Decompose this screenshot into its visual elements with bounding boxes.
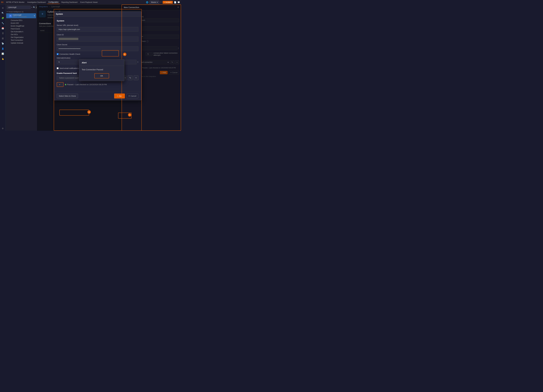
sidebar-user[interactable]: 👤 bbox=[0, 46, 5, 51]
add-integration-button[interactable]: + bbox=[36, 6, 37, 9]
sidebar-chart[interactable]: 📊 bbox=[0, 51, 5, 56]
fg-client-id-label: Client ID bbox=[57, 34, 138, 36]
fg-client-secret-field: Client Secret bbox=[57, 44, 138, 51]
sidebar-database[interactable]: 🗄 bbox=[0, 31, 5, 36]
search-icon[interactable]: 🔍 bbox=[33, 6, 35, 8]
alert-ok-button[interactable]: OK bbox=[94, 73, 109, 78]
left-nav: cybersixgill ✕ 🔍 + ▾ Threat Intelligence… bbox=[6, 5, 37, 131]
passed-dot bbox=[65, 84, 66, 85]
top-nav: D3 MITRE ATT&CK Monitor Investigation Da… bbox=[0, 0, 181, 5]
fg-sites-button[interactable]: Select Sites to Clone bbox=[57, 94, 78, 98]
master-label: Master bbox=[151, 1, 156, 3]
sidebar-fingerprint[interactable]: 👆 bbox=[0, 57, 5, 61]
help-icon[interactable]: ? bbox=[160, 1, 161, 3]
top-nav-right: 🌐 Master ▾ ? + Incident 📄 💬 bbox=[146, 1, 180, 4]
chevron-down-icon: ▾ bbox=[34, 15, 35, 17]
plus-icon: + bbox=[117, 95, 118, 97]
nav-investigation[interactable]: Investigation Dashboard bbox=[26, 1, 47, 4]
checkmark-icon: ✓ bbox=[59, 84, 61, 85]
globe-icon: 🌐 bbox=[146, 1, 148, 3]
fg-vault-add-button[interactable]: + bbox=[134, 75, 138, 80]
cmd-test-connection[interactable]: Test Connection bbox=[10, 39, 35, 42]
cmd-get-organization[interactable]: Get Organization bbox=[10, 36, 35, 39]
fg-add-button[interactable]: + Add bbox=[114, 93, 125, 98]
fg-form-header: System bbox=[54, 11, 141, 17]
fg-bottom-row: Select Sites to Clone + Add ✕ Cancel bbox=[54, 92, 141, 100]
fg-server-url-label: Server URL (domain level) bbox=[57, 24, 138, 26]
alert-dialog: Alert Test Connection Passed OK bbox=[79, 59, 124, 81]
fg-client-id-field: Client ID bbox=[57, 34, 138, 42]
fg-server-url-field: Server URL (domain level) bbox=[57, 24, 138, 32]
master-button[interactable]: Master ▾ bbox=[149, 1, 159, 4]
fg-notification-checkbox[interactable] bbox=[57, 67, 59, 69]
fg-cancel-button[interactable]: ✕ Cancel bbox=[126, 94, 138, 98]
sidebar-home[interactable]: ⊞ bbox=[0, 6, 5, 10]
app-logo: D3 bbox=[1, 1, 3, 3]
item-name: Cybersixgill bbox=[13, 14, 33, 16]
cybersixgill-icon: ✦ bbox=[9, 14, 12, 17]
fg-interval-label: Interval(minutes) bbox=[57, 57, 138, 59]
chevron-down-icon: ▾ bbox=[7, 11, 8, 13]
sidebar-calendar[interactable]: 📅 bbox=[0, 26, 5, 31]
sidebar-wifi[interactable]: 📡 bbox=[0, 41, 5, 46]
marker-b: b bbox=[123, 53, 126, 56]
document-icon[interactable]: 📄 bbox=[174, 1, 176, 3]
group-label: Threat Intelligence bbox=[8, 11, 21, 13]
fg-conn-health-checkbox[interactable] bbox=[57, 53, 59, 55]
commands-list: Consume IOCs Enrich IOC Enrich SixgillFi… bbox=[6, 18, 37, 45]
main-layout: ⊞ 🔍 🧩 🔧 📅 🗄 🕸 📡 👤 📊 👆 ⚙ cybersixgill ✕ 🔍… bbox=[0, 5, 181, 131]
nav-configuration[interactable]: Configuration bbox=[47, 0, 60, 4]
search-bar: cybersixgill ✕ 🔍 + bbox=[6, 5, 37, 10]
nav-mitre[interactable]: MITRE ATT&CK Monitor bbox=[5, 1, 26, 4]
fg-server-url-input[interactable] bbox=[57, 27, 138, 32]
fg-vault-edit-button[interactable]: ✎ bbox=[128, 75, 132, 80]
nav-group-threat-intel[interactable]: ▾ Threat Intelligence (1) bbox=[6, 10, 37, 13]
group-count: (1) bbox=[22, 11, 23, 13]
cmd-fetch-event[interactable]: Fetch Event bbox=[10, 28, 35, 30]
incident-button[interactable]: + Incident bbox=[163, 1, 173, 4]
fg-client-secret-input[interactable] bbox=[57, 46, 138, 51]
fg-test-row: ✓ Passed – Last checked on 10/23/2024 08… bbox=[57, 82, 138, 87]
fg-section-label: System bbox=[57, 20, 138, 22]
cancel-icon: ✕ bbox=[128, 95, 130, 97]
marker-a: a bbox=[87, 110, 91, 114]
cmd-enrich-sixgillfield[interactable]: Enrich SixgillField bbox=[10, 25, 35, 28]
sidebar-item-cybersixgill[interactable]: ✦ Cybersixgill Built-in · 9 Commands ▾ bbox=[6, 13, 36, 18]
nav-reporting[interactable]: Reporting Dashboard bbox=[60, 1, 79, 4]
sidebar-settings[interactable]: ⚙ bbox=[0, 126, 5, 131]
alert-message: Test Connection Passed bbox=[79, 66, 124, 73]
fg-client-id-input[interactable] bbox=[57, 36, 138, 42]
cmd-enrich-ioc[interactable]: Enrich IOC bbox=[10, 22, 35, 25]
search-input[interactable]: cybersixgill bbox=[7, 6, 31, 9]
clear-icon[interactable]: ✕ bbox=[31, 6, 33, 8]
fg-conn-health-label: Connection Health Check bbox=[59, 53, 80, 55]
sidebar-network[interactable]: 🕸 bbox=[0, 36, 5, 41]
fg-form-title: System bbox=[56, 13, 63, 15]
fg-test-connection-button[interactable]: ✓ bbox=[57, 82, 63, 87]
fg-client-secret-label: Client Secret bbox=[57, 44, 138, 46]
sidebar-search[interactable]: 🔍 bbox=[0, 11, 5, 15]
cmd-get-actionable[interactable]: Get Actionable A bbox=[10, 30, 35, 33]
icon-sidebar: ⊞ 🔍 🧩 🔧 📅 🗄 🕸 📡 👤 📊 👆 ⚙ bbox=[0, 5, 6, 131]
sidebar-tools[interactable]: 🔧 bbox=[0, 21, 5, 25]
sidebar-puzzle[interactable]: 🧩 bbox=[0, 16, 5, 20]
fg-interval-spinner[interactable]: ▲ ▼ bbox=[137, 61, 138, 63]
cmd-consume-iocs[interactable]: Consume IOCs bbox=[10, 19, 35, 22]
cmd-update-actionab[interactable]: Update Actionab bbox=[10, 42, 35, 44]
chevron-down-icon: ▾ bbox=[157, 1, 158, 3]
marker-c: c bbox=[128, 113, 131, 117]
main-content: Integrations › Cybersixgill ✦ Cybersixgi… bbox=[37, 5, 181, 131]
cmd-get-iocs[interactable]: Get IOCs bbox=[10, 33, 35, 36]
fg-form: System System Server URL (domain level) … bbox=[54, 11, 141, 100]
fg-notification-label: Send email notification after bbox=[59, 67, 82, 69]
chat-icon[interactable]: 💬 bbox=[177, 1, 180, 3]
item-meta: Built-in · 9 Commands bbox=[13, 16, 33, 17]
alert-title: Alert bbox=[79, 59, 124, 66]
fg-passed-status: Passed – Last checked on 10/23/2024 08:2… bbox=[65, 84, 107, 85]
nav-playbook[interactable]: Event Playbook Viewer bbox=[79, 1, 99, 4]
spinner-down-icon[interactable]: ▼ bbox=[137, 62, 138, 63]
